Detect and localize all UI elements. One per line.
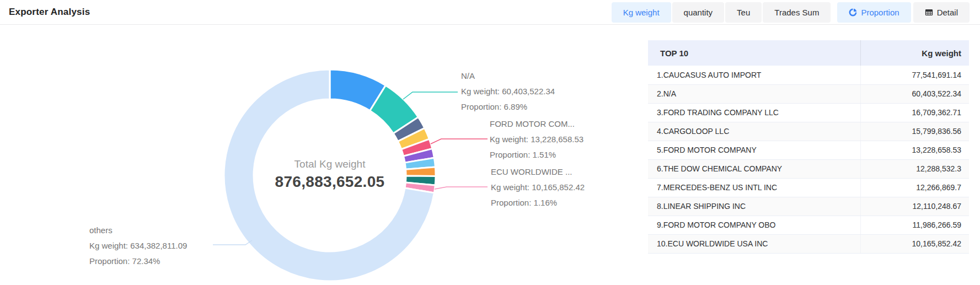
- table-row[interactable]: 9.FORD MOTOR COMPANY OBO11,986,266.59: [648, 216, 969, 234]
- callout-proportion: Proportion: 72.34%: [89, 254, 187, 269]
- table-row[interactable]: 7.MERCEDES-BENZ US INTL INC12,266,869.7: [648, 178, 969, 197]
- exporter-analysis-page: Exporter Analysis Kg weightquantityTeuTr…: [0, 0, 980, 285]
- callout-proportion: Proportion: 1.51%: [490, 147, 583, 163]
- table-row[interactable]: 8.LINEAR SHIPPING INC12,110,248.67: [648, 197, 969, 216]
- tab-teu[interactable]: Teu: [725, 2, 762, 23]
- exporter-name-cell: 2.N/A: [648, 84, 860, 103]
- donut-chart-icon: [849, 8, 857, 17]
- exporter-name-cell: 4.CARGOLOOP LLC: [648, 122, 860, 141]
- kg-weight-cell: 12,288,532.3: [860, 159, 969, 178]
- callout-name: N/A: [461, 68, 555, 84]
- kg-weight-cell: 12,110,248.67: [860, 197, 969, 216]
- exporter-name-cell: 1.CAUCASUS AUTO IMPORT: [648, 66, 860, 84]
- view-button-label: Detail: [937, 8, 958, 17]
- table-row[interactable]: 3.FORD TRADING COMPANY LLC16,709,362.71: [648, 103, 969, 122]
- top10-panel: TOP 10 Kg weight 1.CAUCASUS AUTO IMPORT7…: [648, 40, 969, 254]
- kg-weight-cell: 11,986,266.59: [860, 216, 969, 234]
- table-row[interactable]: 6.THE DOW CHEMICAL COMPANY12,288,532.3: [648, 159, 969, 178]
- kg-weight-cell: 15,799,836.56: [860, 122, 969, 141]
- callout-kg-weight: Kg weight: 634,382,811.09: [89, 238, 187, 254]
- column-header-top10: TOP 10: [648, 40, 860, 66]
- table-grid-icon: [925, 8, 933, 17]
- tab-kg-weight[interactable]: Kg weight: [612, 2, 671, 23]
- leader-line-ford: [431, 139, 488, 144]
- table-row[interactable]: 4.CARGOLOOP LLC15,799,836.56: [648, 122, 969, 141]
- donut-segments: [224, 69, 436, 281]
- view-button-detail[interactable]: Detail: [913, 2, 970, 23]
- table-row[interactable]: 1.CAUCASUS AUTO IMPORT77,541,691.14: [648, 66, 969, 84]
- leader-line-na: [403, 92, 458, 99]
- callout-others: others Kg weight: 634,382,811.09 Proport…: [89, 223, 187, 269]
- tab-trades-sum[interactable]: Trades Sum: [763, 2, 831, 23]
- exporter-name-cell: 7.MERCEDES-BENZ US INTL INC: [648, 178, 860, 197]
- callout-na: N/A Kg weight: 60,403,522.34 Proportion:…: [461, 68, 555, 115]
- callout-proportion: Proportion: 6.89%: [461, 99, 555, 115]
- kg-weight-cell: 77,541,691.14: [860, 66, 969, 84]
- donut-chart-panel: Total Kg weight 876,883,652.05 N/A Kg we…: [0, 25, 585, 285]
- table-row[interactable]: 2.N/A60,403,522.34: [648, 84, 969, 103]
- kg-weight-cell: 12,266,869.7: [860, 178, 969, 197]
- column-header-kg-weight: Kg weight: [860, 40, 969, 66]
- exporter-name-cell: 8.LINEAR SHIPPING INC: [648, 197, 860, 216]
- exporter-name-cell: 9.FORD MOTOR COMPANY OBO: [648, 216, 860, 234]
- table-body: 1.CAUCASUS AUTO IMPORT77,541,691.142.N/A…: [648, 66, 969, 253]
- table-header-row: TOP 10 Kg weight: [648, 40, 969, 66]
- exporter-name-cell: 5.FORD MOTOR COMPANY: [648, 141, 860, 159]
- top10-table: TOP 10 Kg weight 1.CAUCASUS AUTO IMPORT7…: [648, 40, 969, 254]
- kg-weight-cell: 10,165,852.42: [860, 234, 969, 253]
- leader-line-ecu: [435, 187, 488, 189]
- callout-kg-weight: Kg weight: 13,228,658.53: [490, 132, 583, 147]
- exporter-name-cell: 3.FORD TRADING COMPANY LLC: [648, 103, 860, 122]
- donut-segment-linear-shipping-inc[interactable]: [406, 167, 436, 176]
- callout-ecu-worldwide: ECU WORLDWIDE ... Kg weight: 10,165,852.…: [491, 164, 585, 211]
- tab-quantity[interactable]: quantity: [672, 2, 725, 23]
- callout-kg-weight: Kg weight: 10,165,852.42: [491, 180, 585, 195]
- kg-weight-cell: 60,403,522.34: [860, 84, 969, 103]
- kg-weight-cell: 13,228,658.53: [860, 141, 969, 159]
- callout-name: ECU WORLDWIDE ...: [491, 164, 585, 180]
- table-row[interactable]: 10.ECU WORLDWIDE USA INC10,165,852.42: [648, 234, 969, 253]
- table-row[interactable]: 5.FORD MOTOR COMPANY13,228,658.53: [648, 141, 969, 159]
- view-button-proportion[interactable]: Proportion: [837, 2, 911, 23]
- exporter-name-cell: 10.ECU WORLDWIDE USA INC: [648, 234, 860, 253]
- callout-ford-motor: FORD MOTOR COM... Kg weight: 13,228,658.…: [490, 116, 583, 163]
- exporter-name-cell: 6.THE DOW CHEMICAL COMPANY: [648, 159, 860, 178]
- header-controls: Kg weightquantityTeuTrades Sum Proportio…: [612, 2, 970, 23]
- callout-name: FORD MOTOR COM...: [490, 116, 583, 132]
- callout-kg-weight: Kg weight: 60,403,522.34: [461, 84, 555, 99]
- callout-name: others: [89, 223, 187, 238]
- view-tabs: ProportionDetail: [831, 2, 970, 23]
- view-button-label: Proportion: [861, 8, 899, 17]
- kg-weight-cell: 16,709,362.71: [860, 103, 969, 122]
- metric-tabs: Kg weightquantityTeuTrades Sum: [612, 2, 831, 23]
- callout-proportion: Proportion: 1.16%: [491, 195, 585, 211]
